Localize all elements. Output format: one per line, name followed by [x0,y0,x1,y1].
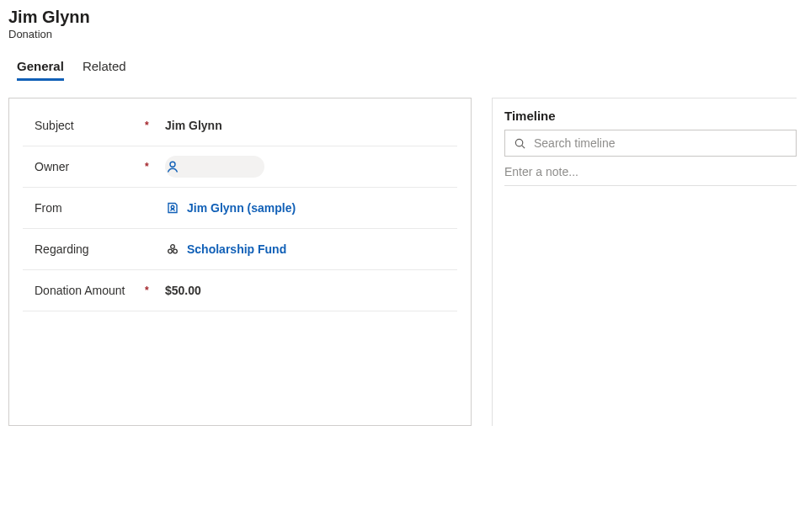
owner-pill[interactable] [165,156,264,178]
timeline-search-input[interactable] [534,136,789,150]
regarding-link[interactable]: Scholarship Fund [187,242,286,256]
timeline-search-box[interactable] [504,130,797,157]
from-link[interactable]: Jim Glynn (sample) [187,201,296,215]
custom-entity-icon [165,242,180,257]
donation-amount-label: Donation Amount [23,284,145,297]
form-card: Subject * Jim Glynn Owner * From [8,98,472,426]
subject-value[interactable]: Jim Glynn [162,119,457,132]
person-icon [165,159,180,174]
from-label: From [23,201,145,215]
required-icon: * [145,120,162,131]
regarding-label: Regarding [23,242,145,256]
from-row: From Jim Glynn (sample) [23,188,457,229]
svg-point-2 [171,245,175,249]
timeline-note-input[interactable] [504,165,797,186]
page-subtitle: Donation [8,28,797,40]
svg-point-0 [170,162,175,167]
owner-label: Owner [23,160,145,173]
svg-point-4 [173,249,178,253]
timeline-panel: Timeline [492,98,797,426]
from-value[interactable]: Jim Glynn (sample) [162,200,457,215]
donation-amount-row: Donation Amount * $50.00 [23,270,457,311]
tabs: General Related [8,59,797,81]
tab-related[interactable]: Related [83,59,126,81]
timeline-title: Timeline [504,109,797,123]
regarding-value[interactable]: Scholarship Fund [162,242,457,257]
svg-point-3 [168,249,173,253]
regarding-row: Regarding Scholarship Fund [23,229,457,270]
donation-amount-value[interactable]: $50.00 [162,284,457,297]
required-icon: * [145,161,162,173]
contact-icon [165,200,180,215]
page-title: Jim Glynn [8,7,797,27]
search-icon [512,136,527,151]
subject-label: Subject [23,119,145,132]
svg-line-6 [521,145,524,147]
tab-general[interactable]: General [17,59,64,81]
owner-value[interactable] [162,156,457,178]
svg-point-5 [515,139,522,146]
subject-row: Subject * Jim Glynn [23,105,457,146]
required-icon: * [145,285,162,296]
svg-point-1 [171,205,174,209]
owner-row: Owner * [23,146,457,188]
